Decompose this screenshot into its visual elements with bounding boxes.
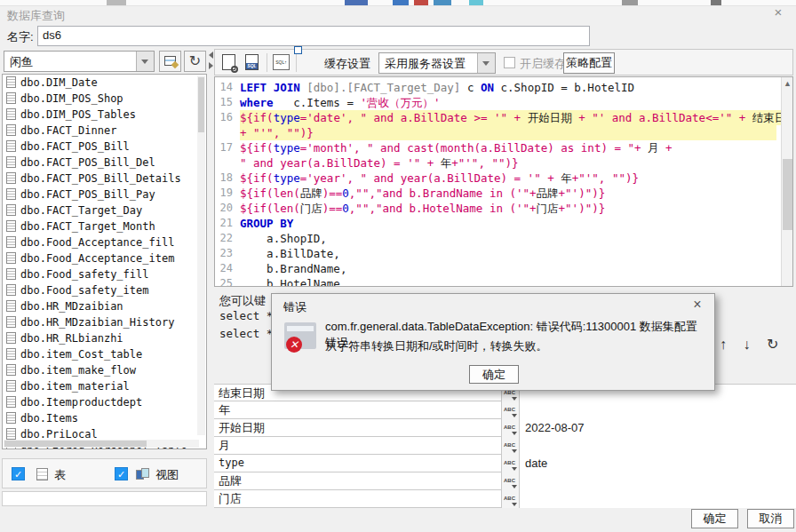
list-item[interactable]: dbo.item_make_flow	[3, 362, 206, 378]
table-name: dbo.FACT_POS_Bill_Details	[20, 172, 181, 185]
enable-cache-checkbox[interactable]	[504, 57, 515, 68]
parameter-type-button[interactable]: ABC	[502, 472, 520, 490]
connection-select[interactable]: 闲鱼	[4, 51, 155, 72]
list-item[interactable]: dbo.DIM_POS_Tables	[3, 107, 206, 123]
table-name: dbo.Food_safety_fill	[20, 268, 149, 281]
list-item[interactable]: dbo.item_Cost_table	[3, 346, 206, 362]
parameter-type-button[interactable]: ABC	[502, 490, 520, 508]
parameter-name[interactable]: 月	[214, 437, 502, 455]
parameter-value-input[interactable]	[520, 472, 796, 490]
list-item[interactable]: dbo.DIM_POS_Shop	[3, 91, 206, 107]
list-item[interactable]: dbo.FACT_Target_Month	[3, 218, 206, 234]
line-number: 23	[215, 246, 240, 261]
ok-button[interactable]: 确定	[691, 509, 738, 528]
list-item[interactable]: dbo.FACT_POS_Bill	[3, 139, 206, 155]
parameter-type-button[interactable]: ABC	[502, 401, 520, 419]
list-item[interactable]: dbo.Items	[3, 410, 206, 426]
sql-file-icon[interactable]: SQL	[245, 54, 259, 70]
preview-icon[interactable]	[222, 54, 235, 70]
code-line[interactable]: 14LEFT JOIN [dbo].[FACT_Target_Day] c ON…	[215, 80, 792, 95]
error-message-line2: 从字符串转换日期和/或时间时，转换失败。	[325, 338, 704, 354]
parameter-value-input[interactable]	[520, 490, 796, 508]
code-line[interactable]: 18${if(type='year', " and year(a.BillDat…	[215, 171, 792, 186]
policy-config-button[interactable]: 策略配置	[563, 52, 615, 74]
parameter-value-input[interactable]	[520, 437, 796, 455]
code-line[interactable]: 23 a.BillDate,	[215, 246, 792, 261]
table-file-icon	[6, 236, 16, 248]
parameter-value-input[interactable]: 2022-08-07	[520, 419, 796, 437]
list-item[interactable]: dbo.DIM_Date	[3, 75, 206, 91]
code-line[interactable]: 24 b.BrandName,	[215, 261, 792, 276]
list-item[interactable]: dbo.Itemproductdept	[3, 394, 206, 410]
parameter-type-button[interactable]: ABC	[502, 455, 520, 472]
refresh-params-icon[interactable]: ↻	[767, 337, 778, 352]
parameter-name[interactable]: 门店	[214, 490, 502, 508]
code-line[interactable]: 17${if(type='month', " and cast(month(a.…	[215, 140, 792, 155]
table-edit-icon	[164, 56, 176, 66]
dialog-title: 数据库查询	[7, 8, 65, 24]
sql-import-icon[interactable]: SQL↑	[273, 54, 290, 70]
edit-connection-button[interactable]	[159, 51, 181, 72]
string-type-icon: ABC	[504, 407, 515, 412]
parameter-type-button[interactable]: ABC	[502, 437, 520, 455]
tables-list[interactable]: dbo.DIM_Datedbo.DIM_POS_Shopdbo.DIM_POS_…	[2, 74, 207, 449]
code-line[interactable]: " and year(a.BillDate) = '" + 年+"'", "")…	[215, 155, 792, 171]
list-item[interactable]: dbo.FACT_POS_Bill_Del	[3, 155, 206, 171]
list-item[interactable]: dbo.FACT_Dinner	[3, 123, 206, 139]
expand-right-icon[interactable]	[209, 62, 213, 69]
move-down-icon[interactable]: ↓	[743, 337, 750, 352]
parameter-name[interactable]: 开始日期	[214, 419, 502, 437]
parameter-name[interactable]: 年	[214, 401, 502, 419]
table-file-icon	[6, 428, 16, 440]
parameter-value-input[interactable]: date	[520, 455, 796, 472]
error-badge-icon: ✕	[286, 337, 302, 353]
list-item[interactable]: dbo.Food_safety_item	[3, 282, 206, 298]
list-item[interactable]: dbo.Food_Acceptance_fill	[3, 234, 206, 250]
refresh-tables-button[interactable]: ↻	[184, 51, 206, 72]
parameter-row: 月ABC	[214, 437, 796, 455]
list-item[interactable]: dbo.item_material	[3, 378, 206, 394]
close-icon[interactable]: ×	[766, 4, 791, 21]
move-up-icon[interactable]: ↑	[720, 337, 727, 352]
list-item[interactable]: dbo.HR_MDzaibian	[3, 298, 206, 314]
close-icon[interactable]: ×	[688, 297, 707, 314]
code-line[interactable]: 16${if(type='date', " and a.BillDate >= …	[215, 110, 792, 125]
sql-editor[interactable]: 14LEFT JOIN [dbo].[FACT_Target_Day] c ON…	[214, 76, 793, 287]
code-line[interactable]: 25 b.HotelName,	[215, 276, 792, 287]
parameter-type-button[interactable]: ABC	[502, 419, 520, 437]
chevron-down-icon[interactable]	[477, 53, 495, 73]
parameter-value-input[interactable]	[520, 401, 796, 419]
list-item[interactable]: dbo.HR_MDzaibian_History	[3, 314, 206, 330]
name-input[interactable]: ds6	[37, 26, 590, 46]
cancel-button[interactable]: 取消	[747, 509, 794, 528]
code-line[interactable]: 19${if(len(品牌)==0,"","and b.BrandName in…	[215, 186, 792, 201]
parameter-name[interactable]: type	[214, 455, 502, 472]
table-checkbox[interactable]: ✓	[12, 467, 25, 480]
table-name: dbo.FACT_POS_Bill_Del	[20, 156, 155, 169]
code-line[interactable]: + "'", "")}	[215, 125, 792, 140]
collapse-left-icon[interactable]	[209, 52, 213, 59]
code-line[interactable]: 15where c.Items = '营收（万元）'	[215, 95, 792, 110]
list-item[interactable]: dbo.Food_Acceptance_item	[3, 250, 206, 266]
cache-mode-select[interactable]: 采用服务器设置	[378, 52, 496, 74]
list-item[interactable]: dbo.FACT_POS_Bill_Details	[3, 171, 206, 187]
tables-horizontal-scrollbar[interactable]	[4, 440, 199, 448]
scroll-up-icon[interactable]: ▲	[782, 77, 793, 90]
code-line[interactable]: 21GROUP BY	[215, 216, 792, 231]
tables-vertical-scrollbar[interactable]	[197, 75, 205, 435]
list-item[interactable]: dbo.FACT_POS_Bill_Pay	[3, 187, 206, 202]
chevron-down-icon[interactable]	[136, 52, 154, 71]
error-ok-button[interactable]: 确定	[469, 365, 519, 384]
list-item[interactable]: dbo.Food_safety_fill	[3, 266, 206, 282]
code-line[interactable]: 20${if(len(门店)==0,"","and b.HotelName in…	[215, 201, 792, 216]
name-label: 名字:	[7, 29, 34, 45]
list-item[interactable]: dbo.HR_RLbianzhi	[3, 330, 206, 346]
table-search-field[interactable]	[2, 491, 207, 506]
parameter-name[interactable]: 品牌	[214, 472, 502, 490]
hint-sql-example: select *	[219, 327, 273, 340]
table-name: dbo.FACT_POS_Bill_Pay	[20, 188, 155, 201]
editor-vertical-scrollbar[interactable]: ▲	[781, 77, 792, 286]
code-line[interactable]: 22 a.ShopID,	[215, 231, 792, 246]
view-checkbox[interactable]: ✓	[115, 467, 128, 480]
list-item[interactable]: dbo.FACT_Target_Day	[3, 202, 206, 218]
